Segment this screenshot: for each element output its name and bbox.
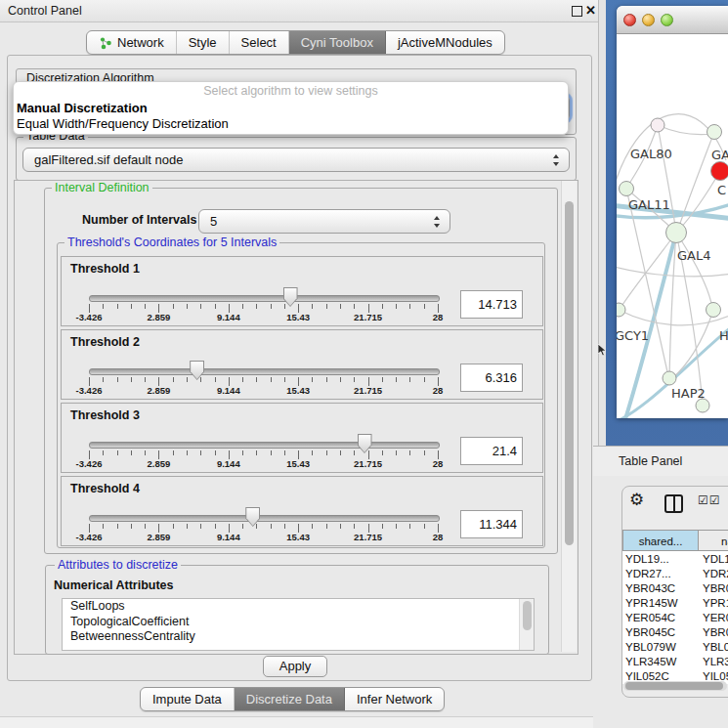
cell-shared-name[interactable]: YDL19... (625, 552, 696, 567)
tab-cyni-toolbox[interactable]: Cyni Toolbox (289, 31, 386, 54)
cell-shared-name[interactable]: YBR043C (625, 581, 696, 596)
tab-style[interactable]: Style (177, 31, 230, 54)
table-data-combobox[interactable]: galFiltered.sif default node (22, 148, 570, 172)
network-edge[interactable] (673, 310, 713, 377)
tab-network[interactable]: Network (87, 31, 177, 54)
table-row[interactable]: YLR345WYLR345W (622, 655, 728, 669)
table-row[interactable]: YBL079WYBL079W (622, 640, 728, 655)
minor-tick (242, 377, 243, 382)
slider-thumb[interactable] (245, 507, 260, 527)
zoom-traffic-light-icon[interactable] (661, 14, 673, 26)
tab-infer-network[interactable]: Infer Network (345, 688, 444, 710)
cell-shared-name[interactable]: YDR27... (625, 567, 696, 581)
network-node-label: GAL80 (630, 147, 672, 161)
network-edge[interactable] (658, 125, 712, 135)
table-row[interactable]: YDL19...YDL19 (622, 552, 728, 567)
slider-track[interactable] (89, 515, 440, 522)
threshold-panel-3: Threshold 3-3.4262.8599.14415.4321.71528… (61, 403, 543, 473)
cell-shared-name[interactable]: YPR145W (625, 596, 696, 611)
table-row[interactable]: YBR043CYBR043C (622, 581, 728, 596)
network-node-gal11[interactable] (620, 182, 634, 196)
network-node[interactable] (696, 399, 709, 412)
slider-track[interactable] (89, 295, 440, 302)
network-edge[interactable] (678, 171, 720, 231)
column-layout-icon[interactable] (664, 494, 683, 513)
number-of-intervals-combobox[interactable]: 5 (198, 209, 450, 234)
tick-label: -3.426 (76, 532, 103, 542)
network-node-c[interactable] (711, 162, 728, 181)
numerical-attributes-list[interactable]: SelfLoopsTopologicalCoefficientBetweenne… (62, 598, 535, 651)
network-node-h[interactable] (707, 303, 721, 318)
threshold-value-field[interactable]: 21.4 (460, 437, 523, 465)
tab-select[interactable]: Select (230, 31, 289, 54)
cell-name[interactable]: YDR27 (703, 567, 728, 581)
close-traffic-light-icon[interactable] (623, 14, 636, 26)
minor-tick (354, 524, 355, 529)
minor-tick (382, 450, 383, 455)
network-node-gal4[interactable] (666, 223, 687, 243)
column-header-shared-name[interactable]: shared... (622, 530, 699, 551)
tab-discretize-data[interactable]: Discretize Data (235, 688, 345, 710)
cell-shared-name[interactable]: YBL079W (625, 640, 696, 655)
slider-thumb[interactable] (358, 434, 372, 453)
minor-tick (312, 524, 313, 529)
column-header-name[interactable]: name (699, 530, 728, 551)
tick-label: -3.426 (76, 385, 103, 396)
checkbox-filter-icons[interactable]: ☑☑ (698, 493, 721, 507)
cell-shared-name[interactable]: YER054C (625, 611, 696, 625)
network-node-ga[interactable] (707, 125, 722, 140)
threshold-value-field[interactable]: 14.713 (460, 290, 523, 319)
cell-name[interactable]: YBR043C (703, 581, 728, 596)
network-window-titlebar[interactable] (617, 6, 728, 34)
cell-shared-name[interactable]: YBR045C (625, 625, 696, 640)
minor-tick (396, 524, 397, 529)
network-edge[interactable] (617, 266, 728, 277)
tab-impute-data[interactable]: Impute Data (141, 688, 235, 710)
network-edge[interactable] (676, 233, 712, 308)
vertical-scrollbar[interactable] (561, 181, 577, 652)
network-view-window[interactable]: GAL80GACGAL11GAL4GCY1HHAP2 (617, 6, 728, 418)
cell-name[interactable]: YPR145W (703, 596, 728, 611)
minor-tick (382, 524, 383, 529)
tick-label: 28 (433, 385, 444, 396)
attribute-list-item[interactable]: SelfLoops (63, 599, 534, 615)
attributes-scrollbar[interactable] (519, 599, 534, 650)
table-row[interactable]: YDR27...YDR27 (622, 567, 728, 581)
slider-thumb[interactable] (190, 361, 204, 380)
popup-option-equal-width-frequency[interactable]: Equal Width/Frequency Discretization (17, 116, 229, 131)
attribute-list-item[interactable]: TopologicalCoefficient (63, 615, 534, 630)
minor-tick (271, 450, 272, 455)
slider-track[interactable] (89, 368, 440, 375)
cell-shared-name[interactable]: YLR345W (625, 655, 696, 669)
table-row[interactable]: YPR145WYPR145W (622, 596, 728, 611)
minor-tick (187, 377, 188, 382)
attribute-list-item[interactable]: BetweennessCentrality (63, 629, 534, 645)
cell-name[interactable]: YDL19 (703, 552, 728, 567)
cell-name[interactable]: YBL079W (703, 640, 728, 655)
network-canvas[interactable]: GAL80GACGAL11GAL4GCY1HHAP2 (617, 33, 728, 418)
minor-tick (340, 377, 341, 382)
network-node-hap2[interactable] (663, 371, 676, 385)
table-row[interactable]: YER054CYER054C (622, 611, 728, 625)
tab-jactivemnodules[interactable]: jActiveMNodules (386, 31, 504, 54)
network-node-gcy1[interactable] (617, 303, 625, 317)
cell-name[interactable]: YBR045C (703, 625, 728, 640)
cell-name[interactable]: YLR345W (703, 655, 728, 669)
float-window-icon[interactable] (572, 6, 582, 17)
close-icon[interactable]: ✕ (585, 2, 596, 20)
table-row[interactable]: YBR045CYBR045C (622, 625, 728, 640)
slider-track[interactable] (89, 442, 440, 449)
apply-button[interactable]: Apply (263, 656, 327, 677)
horizontal-scrollbar-thumb[interactable] (625, 682, 723, 690)
attributes-scrollbar-thumb[interactable] (523, 601, 532, 630)
threshold-value-field[interactable]: 6.316 (460, 364, 523, 392)
network-edge-thick[interactable] (624, 233, 676, 418)
vertical-scrollbar-thumb[interactable] (565, 201, 574, 545)
gear-icon[interactable]: ⚙ (629, 492, 644, 509)
minimize-traffic-light-icon[interactable] (642, 14, 655, 26)
threshold-value-field[interactable]: 11.344 (460, 510, 523, 538)
cell-name[interactable]: YER054C (703, 611, 728, 625)
popup-option-manual-discretization[interactable]: Manual Discretization (17, 101, 148, 115)
minor-tick (354, 450, 355, 455)
network-node-gal80[interactable] (651, 118, 664, 132)
